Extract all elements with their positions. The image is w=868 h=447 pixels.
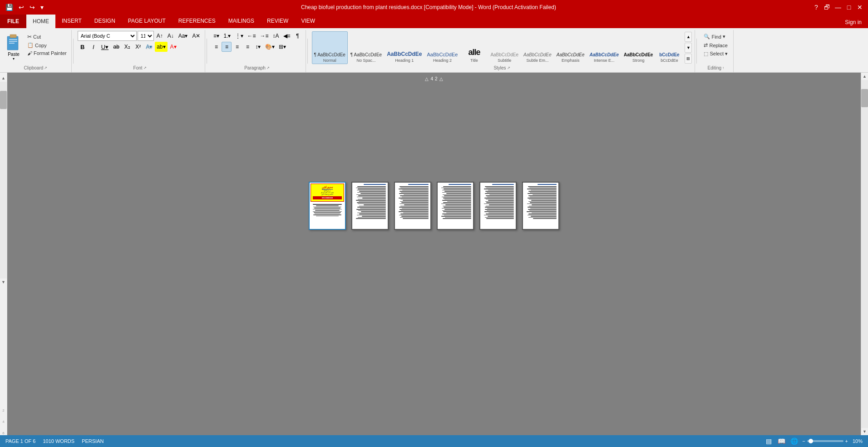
page-thumbnail-5[interactable]: [479, 182, 517, 230]
justify-button[interactable]: ≡: [242, 42, 252, 52]
align-left-button[interactable]: ≡: [211, 42, 221, 52]
italic-button[interactable]: I: [89, 42, 99, 52]
decrease-indent-button[interactable]: ←≡: [246, 31, 258, 41]
clear-formatting-button[interactable]: A✕: [190, 31, 202, 41]
zoom-control: − + 10%: [802, 438, 863, 444]
font-size-select[interactable]: 11: [138, 31, 154, 41]
customize-quick-access-icon[interactable]: ▾: [39, 3, 45, 12]
font-family-select[interactable]: Arial (Body C: [78, 31, 137, 41]
scroll-track[interactable]: [861, 80, 868, 428]
strikethrough-button[interactable]: ab: [111, 42, 121, 52]
style-bccdee[interactable]: bCcDdEe bCcDdEe: [656, 31, 683, 64]
styles-scroll-up[interactable]: ▲: [685, 32, 692, 42]
minimize-button[interactable]: —: [833, 3, 843, 12]
rtl-button[interactable]: ◀≡: [281, 31, 292, 41]
copy-button[interactable]: 📋 Copy: [25, 41, 69, 49]
styles-dialog-button[interactable]: ⊞: [685, 54, 692, 64]
font-color-button[interactable]: A▾: [168, 42, 178, 52]
paste-dropdown-icon[interactable]: ▾: [13, 57, 15, 61]
help-button[interactable]: ?: [812, 3, 821, 12]
undo-icon[interactable]: ↩: [17, 3, 26, 12]
font-expand-icon[interactable]: ↗: [143, 66, 147, 70]
text-highlight-button[interactable]: ab▾: [155, 42, 167, 52]
left-scroll-up[interactable]: ▲: [0, 74, 7, 82]
page-thumbnail-6[interactable]: [522, 182, 559, 230]
zoom-in-button[interactable]: +: [845, 438, 848, 444]
style-title[interactable]: aIle Title: [460, 31, 488, 64]
style-subtitle[interactable]: AaBbCcDdEe Subtitle: [488, 31, 521, 64]
style-intense-emphasis[interactable]: AaBbCcDdEe Intense E...: [587, 31, 621, 64]
save-icon[interactable]: 💾: [4, 3, 15, 12]
numbering-button[interactable]: 1.▾: [222, 31, 232, 41]
tab-page-layout[interactable]: PAGE LAYOUT: [122, 15, 172, 28]
sign-in-button[interactable]: Sign in: [838, 16, 868, 28]
scroll-thumb[interactable]: [861, 89, 868, 107]
maximize-button[interactable]: □: [844, 3, 853, 12]
multilevel-list-button[interactable]: ⋮▾: [233, 31, 245, 41]
scroll-up-button[interactable]: ▲: [861, 73, 868, 80]
show-hide-button[interactable]: ¶: [293, 31, 303, 41]
zoom-thumb[interactable]: [809, 439, 813, 443]
scroll-down-button[interactable]: ▼: [861, 428, 868, 435]
align-right-button[interactable]: ≡: [232, 42, 242, 52]
left-scroll-thumb[interactable]: [0, 91, 7, 109]
bullets-button[interactable]: ≡▾: [211, 31, 221, 41]
select-button[interactable]: ⬚ Select ▾: [701, 50, 730, 58]
redo-icon[interactable]: ↪: [28, 3, 37, 12]
style-heading2[interactable]: AaBbCcDdEe Heading 2: [425, 31, 460, 64]
document-area[interactable]: △ 4 2 △ تحقیق آنلاین tahghighonline.ir م…: [7, 73, 861, 435]
style-strong[interactable]: AaBbCcDdEe Strong: [621, 31, 655, 64]
font-controls: Arial (Body C 11 A↑ A↓ Aa▾ A✕ B I U▾ ab …: [78, 31, 202, 52]
tab-review[interactable]: REVIEW: [261, 15, 295, 28]
tab-view[interactable]: VIEW: [295, 15, 321, 28]
shrink-font-button[interactable]: A↓: [166, 31, 176, 41]
page-thumbnail-1[interactable]: تحقیق آنلاین tahghighonline.ir مرجع دانل…: [309, 182, 346, 230]
zoom-slider[interactable]: [807, 440, 843, 442]
superscript-button[interactable]: X²: [133, 42, 143, 52]
increase-indent-button[interactable]: →≡: [258, 31, 271, 41]
align-center-button[interactable]: ≡: [222, 42, 232, 52]
tab-design[interactable]: DESIGN: [88, 15, 122, 28]
web-layout-button[interactable]: 🌐: [789, 437, 799, 446]
styles-expand-icon[interactable]: ↗: [507, 66, 510, 70]
shading-button[interactable]: 🎨▾: [263, 42, 276, 52]
change-case-button[interactable]: Aa▾: [177, 31, 190, 41]
style-no-spacing[interactable]: ¶ AaBbCcDdEe No Spac...: [348, 31, 384, 64]
find-button[interactable]: 🔍 Find ▾: [701, 33, 730, 40]
zoom-out-button[interactable]: −: [802, 438, 805, 444]
left-scroll-down[interactable]: ▼: [0, 278, 7, 286]
editing-expand-icon[interactable]: ↑: [722, 66, 724, 70]
style-subtle-emphasis[interactable]: AaBbCcDdEe Subtle Em...: [521, 31, 554, 64]
replace-button[interactable]: ⇄ Replace: [701, 41, 730, 49]
page-thumbnail-2[interactable]: [351, 182, 389, 230]
tab-insert[interactable]: INSERT: [55, 15, 88, 28]
grow-font-button[interactable]: A↑: [155, 31, 165, 41]
clipboard-expand-icon[interactable]: ↗: [44, 66, 47, 70]
tab-home[interactable]: HOME: [26, 15, 55, 28]
underline-button[interactable]: U▾: [99, 42, 110, 52]
paragraph-expand-icon[interactable]: ↗: [266, 66, 270, 70]
styles-scroll-down[interactable]: ▼: [685, 43, 692, 53]
style-heading1[interactable]: AaBbCcDdEe Heading 1: [385, 31, 424, 64]
text-effects-button[interactable]: A▾: [144, 42, 154, 52]
read-mode-button[interactable]: 📖: [777, 437, 786, 446]
format-painter-button[interactable]: 🖌 Format Painter: [25, 50, 69, 57]
style-normal[interactable]: ¶ AaBbCcDdEe Normal: [312, 31, 348, 64]
page-thumbnail-4[interactable]: [437, 182, 474, 230]
tab-file[interactable]: FILE: [0, 15, 26, 28]
subscript-button[interactable]: X₂: [122, 42, 132, 52]
tab-mailings[interactable]: MAILINGS: [222, 15, 261, 28]
line-spacing-button[interactable]: ↕▾: [253, 42, 263, 52]
style-emphasis[interactable]: AaBbCcDdEe Emphasis: [554, 31, 587, 64]
page-thumbnail-3[interactable]: [394, 182, 431, 230]
sort-button[interactable]: ↕A: [271, 31, 281, 41]
restore-button[interactable]: 🗗: [823, 3, 832, 12]
cut-button[interactable]: ✂ Cut: [25, 33, 69, 41]
print-layout-view-button[interactable]: ▤: [764, 437, 773, 446]
tab-references[interactable]: REFERENCES: [172, 15, 222, 28]
bold-button[interactable]: B: [78, 42, 88, 52]
paste-button[interactable]: Paste ▾: [3, 31, 25, 63]
close-button[interactable]: ✕: [855, 3, 864, 12]
paste-label: Paste: [8, 52, 20, 57]
borders-button[interactable]: ⊞▾: [277, 42, 288, 52]
